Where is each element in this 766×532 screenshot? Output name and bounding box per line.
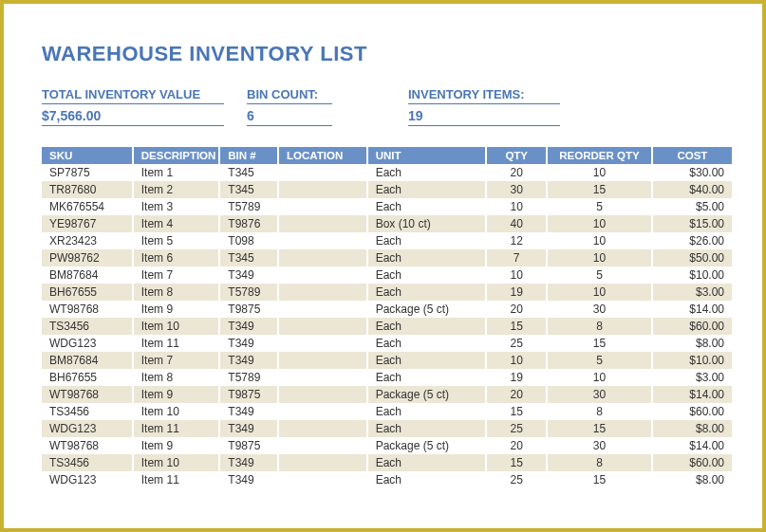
cell-bin: T5789: [219, 369, 278, 386]
inventory-table: SKU DESCRIPTION BIN # LOCATION UNIT QTY …: [42, 147, 734, 488]
cell-sku: TS3456: [42, 403, 133, 420]
cell-unit: Each: [367, 284, 487, 301]
cell-cost: $60.00: [652, 403, 733, 420]
cell-bin: T349: [219, 403, 278, 420]
cell-sku: SP7875: [42, 164, 133, 181]
cell-reorder-qty: 8: [547, 403, 652, 420]
cell-bin: T5789: [219, 284, 278, 301]
cell-qty: 12: [486, 232, 547, 249]
table-row: BH67655Item 8T5789Each1910$3.00: [42, 369, 733, 386]
cell-location: [278, 386, 367, 403]
total-inventory-label: TOTAL INVENTORY VALUE: [42, 87, 224, 104]
cell-unit: Each: [367, 249, 487, 266]
cell-cost: $8.00: [652, 471, 733, 488]
cell-qty: 20: [486, 164, 547, 181]
cell-sku: WT98768: [42, 437, 133, 454]
cell-reorder-qty: 10: [547, 232, 652, 249]
inventory-items-value: 19: [408, 106, 560, 126]
cell-qty: 15: [486, 403, 547, 420]
cell-sku: TS3456: [42, 454, 133, 471]
cell-qty: 20: [486, 301, 547, 318]
cell-reorder-qty: 8: [547, 318, 652, 335]
cell-qty: 19: [486, 284, 547, 301]
col-cost: COST: [652, 147, 733, 164]
cell-unit: Each: [367, 369, 487, 386]
cell-cost: $8.00: [652, 420, 733, 437]
cell-reorder-qty: 5: [547, 266, 652, 284]
cell-bin: T5789: [219, 198, 278, 215]
cell-qty: 25: [486, 471, 547, 488]
cell-reorder-qty: 5: [547, 198, 652, 215]
cell-reorder-qty: 10: [547, 215, 652, 232]
cell-description: Item 1: [133, 164, 220, 181]
col-bin: BIN #: [219, 147, 278, 164]
cell-description: Item 11: [133, 420, 220, 437]
cell-unit: Each: [367, 403, 487, 420]
cell-cost: $50.00: [652, 249, 733, 266]
cell-unit: Box (10 ct): [367, 215, 487, 232]
cell-bin: T349: [219, 471, 278, 488]
cell-location: [278, 249, 367, 266]
cell-qty: 25: [486, 335, 547, 352]
cell-reorder-qty: 8: [547, 454, 652, 471]
cell-cost: $10.00: [652, 266, 733, 284]
table-row: WDG123Item 11T349Each2515$8.00: [42, 420, 733, 437]
cell-description: Item 9: [133, 437, 220, 454]
cell-cost: $60.00: [652, 454, 733, 471]
cell-qty: 20: [486, 386, 547, 403]
cell-location: [278, 284, 367, 301]
cell-bin: T9875: [219, 301, 278, 318]
cell-reorder-qty: 15: [547, 181, 652, 198]
cell-description: Item 8: [133, 284, 220, 301]
cell-cost: $10.00: [652, 352, 733, 369]
cell-qty: 15: [486, 318, 547, 335]
cell-unit: Each: [367, 232, 487, 249]
cell-description: Item 2: [133, 181, 220, 198]
cell-sku: XR23423: [42, 232, 133, 249]
cell-unit: Each: [367, 266, 487, 284]
cell-qty: 25: [486, 420, 547, 437]
cell-location: [278, 403, 367, 420]
table-row: BM87684Item 7T349Each105$10.00: [42, 352, 733, 369]
cell-sku: WDG123: [42, 471, 133, 488]
cell-reorder-qty: 10: [547, 164, 652, 181]
table-row: BH67655Item 8T5789Each1910$3.00: [42, 284, 733, 301]
cell-reorder-qty: 15: [547, 471, 652, 488]
cell-qty: 10: [486, 352, 547, 369]
table-row: WDG123Item 11T349Each2515$8.00: [42, 471, 733, 488]
table-row: TR87680Item 2T345Each3015$40.00: [42, 181, 733, 198]
cell-location: [278, 181, 367, 198]
bin-count-label: BIN COUNT:: [247, 87, 332, 104]
cell-qty: 10: [486, 266, 547, 284]
cell-cost: $14.00: [652, 437, 733, 454]
cell-bin: T9876: [219, 215, 278, 232]
cell-location: [278, 420, 367, 437]
cell-unit: Each: [367, 181, 487, 198]
cell-qty: 15: [486, 454, 547, 471]
table-row: WT98768Item 9T9875Package (5 ct)2030$14.…: [42, 437, 733, 454]
cell-bin: T9875: [219, 386, 278, 403]
cell-location: [278, 369, 367, 386]
cell-unit: Package (5 ct): [367, 301, 487, 318]
cell-description: Item 5: [133, 232, 220, 249]
cell-bin: T349: [219, 454, 278, 471]
col-unit: UNIT: [367, 147, 487, 164]
cell-description: Item 7: [133, 352, 220, 369]
table-row: PW98762Item 6T345Each710$50.00: [42, 249, 733, 266]
cell-bin: T349: [219, 266, 278, 284]
col-location: LOCATION: [278, 147, 367, 164]
total-inventory-value: $7,566.00: [42, 106, 224, 126]
cell-sku: TR87680: [42, 181, 133, 198]
col-reorder-qty: REORDER QTY: [547, 147, 652, 164]
cell-unit: Each: [367, 198, 487, 215]
page-title: WAREHOUSE INVENTORY LIST: [42, 42, 734, 66]
cell-sku: MK676554: [42, 198, 133, 215]
cell-qty: 7: [486, 249, 547, 266]
cell-location: [278, 318, 367, 335]
cell-reorder-qty: 30: [547, 386, 652, 403]
cell-location: [278, 352, 367, 369]
cell-cost: $40.00: [652, 181, 733, 198]
table-row: TS3456Item 10T349Each158$60.00: [42, 454, 733, 471]
cell-reorder-qty: 5: [547, 352, 652, 369]
table-row: MK676554Item 3T5789Each105$5.00: [42, 198, 733, 215]
